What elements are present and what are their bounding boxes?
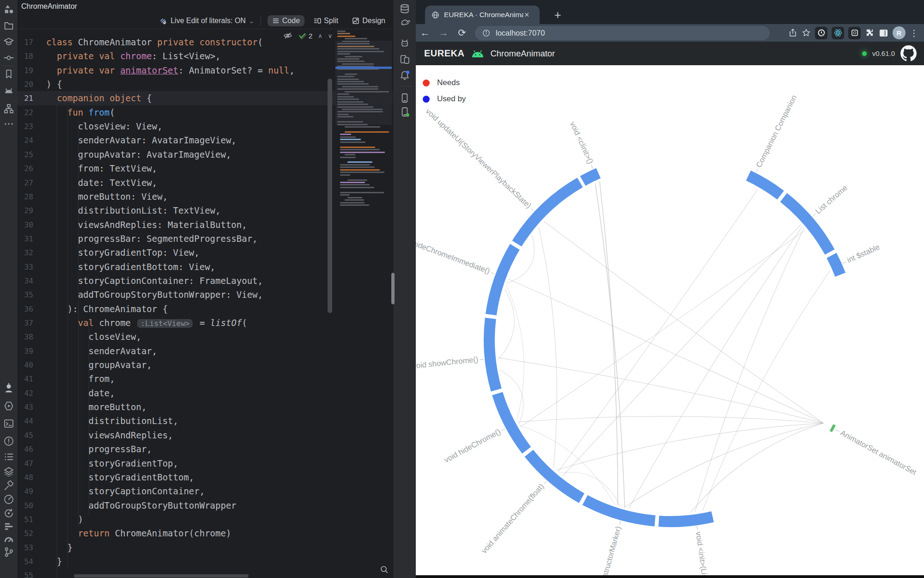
insights-meter-icon[interactable] bbox=[3, 534, 14, 545]
node-arc[interactable] bbox=[658, 511, 714, 527]
code-line[interactable]: 42 date, bbox=[18, 386, 393, 400]
project-shapes-icon[interactable] bbox=[3, 4, 14, 15]
app-inspection-icon[interactable] bbox=[399, 37, 410, 49]
editor-horizontal-scrollbar[interactable] bbox=[74, 574, 249, 578]
node-label[interactable]: void hideChromeImmediate() bbox=[416, 233, 491, 275]
running-phone-icon[interactable] bbox=[399, 92, 410, 104]
github-icon[interactable] bbox=[900, 45, 917, 61]
node-label[interactable]: void <clinit>() bbox=[569, 120, 595, 165]
structure-boxes-icon[interactable] bbox=[3, 103, 14, 114]
node-label[interactable]: List chrome bbox=[814, 183, 849, 215]
layers-icon[interactable] bbox=[3, 466, 14, 477]
ai-agent-icon[interactable] bbox=[3, 383, 14, 394]
node-arc[interactable] bbox=[492, 392, 531, 454]
code-line[interactable]: 52 return ChromeAnimator(chrome) bbox=[18, 526, 393, 541]
device-mirror-icon[interactable] bbox=[399, 54, 410, 65]
learn-cap-icon[interactable] bbox=[3, 36, 14, 47]
code-line[interactable]: 46 progressBar, bbox=[18, 442, 393, 456]
code-line[interactable]: 32 storyGradientTop: View, bbox=[18, 246, 393, 260]
node-arc[interactable] bbox=[827, 253, 845, 277]
restore-rotate-icon[interactable] bbox=[3, 508, 14, 519]
code-line[interactable]: 45 viewsAndReplies, bbox=[18, 428, 393, 443]
node-arc[interactable] bbox=[830, 424, 836, 432]
node-label[interactable]: void updateUi(StoryViewerPlaybackState) bbox=[424, 107, 533, 210]
profile-avatar[interactable]: R bbox=[893, 26, 906, 39]
node-arc[interactable] bbox=[746, 171, 784, 200]
code-line[interactable]: 54 } bbox=[18, 554, 393, 569]
bookmark-star-icon[interactable] bbox=[802, 28, 811, 37]
code-line[interactable]: 49 storyCaptionContainer, bbox=[18, 484, 393, 498]
commit-node-icon[interactable] bbox=[3, 52, 14, 63]
node-arc[interactable] bbox=[484, 318, 502, 392]
reload-button[interactable]: ⟳ bbox=[453, 27, 471, 38]
code-line[interactable]: 44 distributionList, bbox=[18, 414, 393, 428]
address-bar[interactable]: localhost:7070 bbox=[475, 26, 770, 40]
code-line[interactable]: 36 ): ChromeAnimator { bbox=[18, 302, 393, 316]
node-label[interactable]: void <init>(List, AnimatorSet) bbox=[694, 531, 716, 575]
view-mode-design-button[interactable]: Design bbox=[347, 15, 390, 26]
share-icon[interactable] bbox=[788, 28, 797, 37]
next-problem-icon[interactable]: ∨ bbox=[328, 32, 333, 39]
react-devtools-extension-icon[interactable] bbox=[832, 27, 844, 39]
code-line[interactable]: 40 groupAvatar, bbox=[18, 358, 393, 372]
view-mode-code-button[interactable]: Code bbox=[267, 15, 304, 26]
node-arc[interactable] bbox=[580, 168, 601, 186]
logcat-lines-icon[interactable] bbox=[3, 521, 14, 532]
gradle-elephant-icon[interactable] bbox=[399, 19, 410, 30]
extensions-puzzle-icon[interactable] bbox=[865, 28, 875, 38]
code-line[interactable]: 35 addToGroupStoryButtonWrapper: View, bbox=[18, 288, 393, 302]
notifications-bell-icon[interactable] bbox=[399, 70, 410, 81]
code-line[interactable]: 51 ) bbox=[18, 512, 393, 527]
android-head-icon[interactable] bbox=[3, 86, 14, 97]
problems-icon[interactable] bbox=[3, 436, 14, 447]
node-label[interactable]: void animateChrome(float) bbox=[480, 482, 545, 555]
live-edit-dropdown[interactable]: Live Edit of literals: ON ⌄ bbox=[159, 17, 254, 25]
tab-close-icon[interactable]: × bbox=[524, 10, 529, 20]
back-button[interactable]: ← bbox=[416, 27, 434, 38]
node-label[interactable]: Companion Companion bbox=[754, 93, 798, 169]
database-icon[interactable] bbox=[399, 3, 410, 14]
side-panel-icon[interactable] bbox=[879, 29, 888, 37]
node-label[interactable]: void showChrome() bbox=[416, 355, 479, 370]
ide-editor-tab[interactable]: ChromeAnimator bbox=[17, 0, 82, 13]
node-label[interactable]: int $stable bbox=[845, 242, 881, 264]
device-manager-phone-icon[interactable] bbox=[399, 106, 410, 117]
node-label[interactable]: void hideChrome() bbox=[443, 427, 502, 464]
git-branch-icon[interactable] bbox=[3, 547, 14, 558]
code-line[interactable]: 39 senderAvatar, bbox=[18, 344, 393, 358]
code-line[interactable]: 38 closeView, bbox=[18, 330, 393, 344]
extension-box-icon[interactable] bbox=[848, 27, 861, 39]
code-line[interactable]: 33 storyGradientBottom: View, bbox=[18, 260, 393, 274]
editor-vertical-scrollbar[interactable] bbox=[328, 79, 332, 313]
node-label[interactable]: void <init>(List, AnimatorSet, DefaultCo… bbox=[564, 525, 622, 575]
code-line[interactable]: 50 addToGroupStoryButtonWrapper bbox=[18, 498, 393, 513]
node-arc[interactable] bbox=[512, 178, 583, 246]
code-line[interactable]: 37 val chrome :List<View> = listOf( bbox=[18, 316, 393, 330]
panel-drag-handle[interactable] bbox=[391, 273, 395, 304]
node-arc[interactable] bbox=[486, 244, 520, 315]
todo-list-icon[interactable] bbox=[3, 451, 14, 462]
terminal-icon[interactable] bbox=[3, 418, 14, 429]
node-arc[interactable] bbox=[583, 495, 656, 527]
browser-menu-icon[interactable]: ⋮ bbox=[910, 28, 918, 38]
code-line[interactable]: 53 } bbox=[18, 541, 393, 555]
forward-button[interactable]: → bbox=[434, 27, 453, 38]
view-mode-split-button[interactable]: Split bbox=[309, 15, 343, 26]
build-hammer-icon[interactable] bbox=[3, 480, 14, 491]
code-line[interactable]: 34 storyCaptionContainer: FrameLayout, bbox=[18, 274, 393, 288]
run-hex-icon[interactable] bbox=[3, 400, 14, 412]
code-line[interactable]: 48 storyGradientBottom, bbox=[18, 470, 393, 485]
prev-problem-icon[interactable]: ∧ bbox=[318, 32, 322, 39]
code-line[interactable]: 41 from, bbox=[18, 372, 393, 386]
code-editor[interactable]: 17class ChromeAnimator private construct… bbox=[18, 29, 393, 578]
editor-zoom-icon[interactable] bbox=[380, 565, 389, 574]
code-line[interactable]: 47 storyGradientTop, bbox=[18, 456, 393, 471]
site-info-icon[interactable] bbox=[482, 29, 490, 37]
new-tab-button[interactable]: + bbox=[554, 6, 561, 23]
folder-icon[interactable] bbox=[3, 20, 14, 31]
inspection-widget[interactable]: 2 ∧ ∨ bbox=[283, 31, 332, 40]
password-manager-extension-icon[interactable] bbox=[815, 27, 827, 39]
node-label[interactable]: AnimatorSet animatorSet bbox=[839, 428, 918, 476]
code-line[interactable]: 43 moreButton, bbox=[18, 400, 393, 414]
minimap[interactable] bbox=[335, 29, 392, 241]
